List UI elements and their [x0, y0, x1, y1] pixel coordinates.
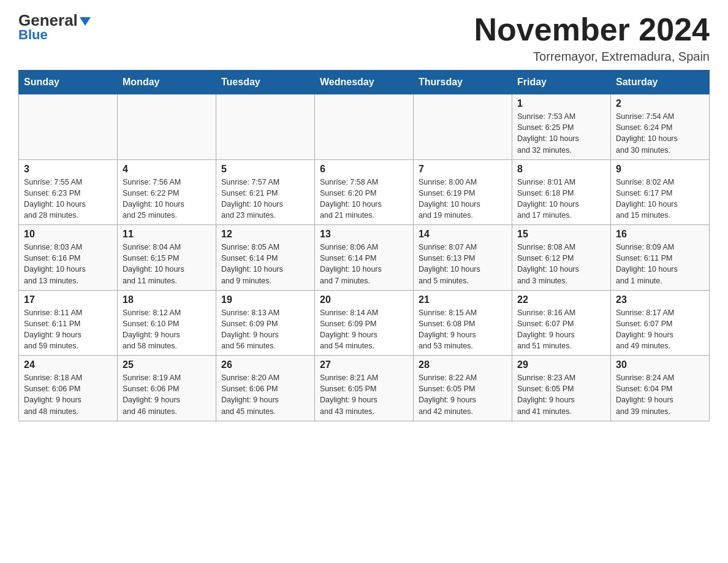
calendar-cell: 14Sunrise: 8:07 AM Sunset: 6:13 PM Dayli…: [414, 225, 512, 291]
calendar-week-row: 3Sunrise: 7:55 AM Sunset: 6:23 PM Daylig…: [19, 159, 710, 225]
calendar-cell: 7Sunrise: 8:00 AM Sunset: 6:19 PM Daylig…: [414, 159, 512, 225]
day-number: 6: [320, 164, 408, 175]
day-number: 24: [24, 359, 112, 370]
calendar-cell: 8Sunrise: 8:01 AM Sunset: 6:18 PM Daylig…: [512, 159, 611, 225]
day-number: 9: [616, 164, 704, 175]
location-text: Torremayor, Extremadura, Spain: [474, 50, 710, 64]
day-info: Sunrise: 7:54 AM Sunset: 6:24 PM Dayligh…: [616, 111, 704, 156]
day-number: 2: [616, 98, 704, 109]
calendar-week-row: 10Sunrise: 8:03 AM Sunset: 6:16 PM Dayli…: [19, 225, 710, 291]
calendar-cell: 13Sunrise: 8:06 AM Sunset: 6:14 PM Dayli…: [315, 225, 414, 291]
day-number: 15: [517, 229, 605, 240]
day-number: 16: [616, 229, 704, 240]
calendar-table: Sunday Monday Tuesday Wednesday Thursday…: [18, 70, 710, 421]
day-number: 28: [419, 359, 507, 370]
day-info: Sunrise: 8:14 AM Sunset: 6:09 PM Dayligh…: [320, 307, 408, 352]
day-info: Sunrise: 8:20 AM Sunset: 6:06 PM Dayligh…: [221, 372, 309, 417]
calendar-cell: 25Sunrise: 8:19 AM Sunset: 6:06 PM Dayli…: [118, 356, 216, 421]
calendar-week-row: 17Sunrise: 8:11 AM Sunset: 6:11 PM Dayli…: [19, 290, 710, 356]
page-header: General Blue November 2024 Torremayor, E…: [18, 12, 710, 64]
day-info: Sunrise: 7:55 AM Sunset: 6:23 PM Dayligh…: [24, 177, 112, 221]
day-info: Sunrise: 8:24 AM Sunset: 6:04 PM Dayligh…: [616, 372, 704, 417]
day-number: 18: [123, 294, 211, 305]
calendar-cell: 3Sunrise: 7:55 AM Sunset: 6:23 PM Daylig…: [19, 159, 118, 225]
col-wednesday: Wednesday: [315, 71, 414, 94]
day-number: 22: [517, 294, 605, 305]
logo: General Blue: [18, 12, 91, 43]
calendar-cell: 19Sunrise: 8:13 AM Sunset: 6:09 PM Dayli…: [216, 290, 315, 356]
col-saturday: Saturday: [611, 71, 710, 94]
day-number: 12: [221, 229, 309, 240]
day-info: Sunrise: 7:53 AM Sunset: 6:25 PM Dayligh…: [517, 111, 605, 156]
col-tuesday: Tuesday: [216, 71, 315, 94]
calendar-cell: 17Sunrise: 8:11 AM Sunset: 6:11 PM Dayli…: [19, 290, 118, 356]
calendar-week-row: 24Sunrise: 8:18 AM Sunset: 6:06 PM Dayli…: [19, 356, 710, 421]
day-number: 13: [320, 229, 408, 240]
calendar-cell: 2Sunrise: 7:54 AM Sunset: 6:24 PM Daylig…: [611, 94, 710, 160]
col-monday: Monday: [118, 71, 216, 94]
day-number: 11: [123, 229, 211, 240]
calendar-cell: 16Sunrise: 8:09 AM Sunset: 6:11 PM Dayli…: [611, 225, 710, 291]
day-info: Sunrise: 8:16 AM Sunset: 6:07 PM Dayligh…: [517, 307, 605, 352]
calendar-cell: 11Sunrise: 8:04 AM Sunset: 6:15 PM Dayli…: [118, 225, 216, 291]
calendar-cell: [216, 94, 315, 160]
calendar-cell: 20Sunrise: 8:14 AM Sunset: 6:09 PM Dayli…: [315, 290, 414, 356]
calendar-cell: 24Sunrise: 8:18 AM Sunset: 6:06 PM Dayli…: [19, 356, 118, 421]
day-number: 17: [24, 294, 112, 305]
day-number: 8: [517, 164, 605, 175]
day-info: Sunrise: 8:03 AM Sunset: 6:16 PM Dayligh…: [24, 242, 112, 286]
day-number: 4: [123, 164, 211, 175]
day-number: 25: [123, 359, 211, 370]
day-info: Sunrise: 7:57 AM Sunset: 6:21 PM Dayligh…: [221, 177, 309, 221]
day-info: Sunrise: 8:04 AM Sunset: 6:15 PM Dayligh…: [123, 242, 211, 286]
calendar-cell: [315, 94, 414, 160]
calendar-cell: [118, 94, 216, 160]
day-info: Sunrise: 8:08 AM Sunset: 6:12 PM Dayligh…: [517, 242, 605, 286]
day-info: Sunrise: 8:13 AM Sunset: 6:09 PM Dayligh…: [221, 307, 309, 352]
day-number: 29: [517, 359, 605, 370]
day-info: Sunrise: 8:18 AM Sunset: 6:06 PM Dayligh…: [24, 372, 112, 417]
day-number: 1: [517, 98, 605, 109]
col-friday: Friday: [512, 71, 611, 94]
day-number: 30: [616, 359, 704, 370]
day-number: 26: [221, 359, 309, 370]
calendar-cell: 28Sunrise: 8:22 AM Sunset: 6:05 PM Dayli…: [414, 356, 512, 421]
logo-blue-text: Blue: [18, 27, 48, 43]
calendar-cell: 26Sunrise: 8:20 AM Sunset: 6:06 PM Dayli…: [216, 356, 315, 421]
calendar-cell: 29Sunrise: 8:23 AM Sunset: 6:05 PM Dayli…: [512, 356, 611, 421]
calendar-header-row: Sunday Monday Tuesday Wednesday Thursday…: [19, 71, 710, 94]
day-number: 27: [320, 359, 408, 370]
calendar-cell: 5Sunrise: 7:57 AM Sunset: 6:21 PM Daylig…: [216, 159, 315, 225]
month-title: November 2024: [474, 12, 710, 47]
title-section: November 2024 Torremayor, Extremadura, S…: [474, 12, 710, 64]
day-info: Sunrise: 8:19 AM Sunset: 6:06 PM Dayligh…: [123, 372, 211, 417]
calendar-cell: 22Sunrise: 8:16 AM Sunset: 6:07 PM Dayli…: [512, 290, 611, 356]
logo-triangle-icon: [80, 17, 91, 26]
day-info: Sunrise: 8:21 AM Sunset: 6:05 PM Dayligh…: [320, 372, 408, 417]
calendar-cell: 12Sunrise: 8:05 AM Sunset: 6:14 PM Dayli…: [216, 225, 315, 291]
day-info: Sunrise: 8:23 AM Sunset: 6:05 PM Dayligh…: [517, 372, 605, 417]
calendar-cell: 10Sunrise: 8:03 AM Sunset: 6:16 PM Dayli…: [19, 225, 118, 291]
day-info: Sunrise: 8:12 AM Sunset: 6:10 PM Dayligh…: [123, 307, 211, 352]
col-thursday: Thursday: [414, 71, 512, 94]
day-info: Sunrise: 8:00 AM Sunset: 6:19 PM Dayligh…: [419, 177, 507, 221]
calendar-cell: 1Sunrise: 7:53 AM Sunset: 6:25 PM Daylig…: [512, 94, 611, 160]
calendar-cell: 6Sunrise: 7:58 AM Sunset: 6:20 PM Daylig…: [315, 159, 414, 225]
col-sunday: Sunday: [19, 71, 118, 94]
day-number: 23: [616, 294, 704, 305]
calendar-cell: 27Sunrise: 8:21 AM Sunset: 6:05 PM Dayli…: [315, 356, 414, 421]
day-number: 20: [320, 294, 408, 305]
day-number: 3: [24, 164, 112, 175]
day-info: Sunrise: 8:22 AM Sunset: 6:05 PM Dayligh…: [419, 372, 507, 417]
day-info: Sunrise: 8:01 AM Sunset: 6:18 PM Dayligh…: [517, 177, 605, 221]
day-number: 19: [221, 294, 309, 305]
logo-general-text: General: [18, 12, 78, 28]
day-info: Sunrise: 8:06 AM Sunset: 6:14 PM Dayligh…: [320, 242, 408, 286]
day-info: Sunrise: 7:58 AM Sunset: 6:20 PM Dayligh…: [320, 177, 408, 221]
calendar-cell: [19, 94, 118, 160]
day-info: Sunrise: 8:05 AM Sunset: 6:14 PM Dayligh…: [221, 242, 309, 286]
calendar-cell: [414, 94, 512, 160]
calendar-cell: 4Sunrise: 7:56 AM Sunset: 6:22 PM Daylig…: [118, 159, 216, 225]
calendar-cell: 18Sunrise: 8:12 AM Sunset: 6:10 PM Dayli…: [118, 290, 216, 356]
day-info: Sunrise: 8:07 AM Sunset: 6:13 PM Dayligh…: [419, 242, 507, 286]
